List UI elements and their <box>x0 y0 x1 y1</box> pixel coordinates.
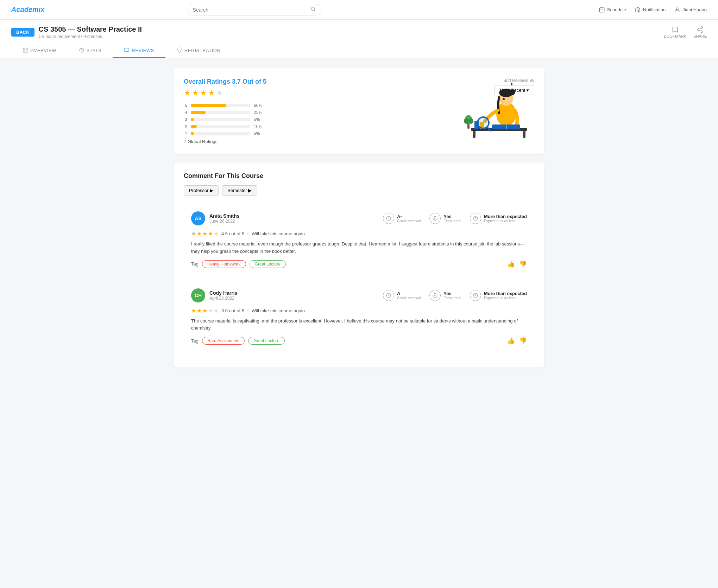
study-value-2: More than expected <box>484 291 527 296</box>
review-text-2: The course material is captivating, and … <box>191 318 527 332</box>
review-text-1: I really liked the course material, even… <box>191 241 527 255</box>
avatar-1: AS <box>191 211 205 225</box>
thumbs-down-2[interactable]: 👎 <box>519 337 527 345</box>
svg-rect-15 <box>26 51 27 52</box>
bookmark-icon <box>672 26 679 33</box>
svg-point-7 <box>701 27 703 28</box>
bar-fill-3 <box>191 118 194 121</box>
thumbs-up-1[interactable]: 👍 <box>507 260 515 268</box>
bar-bg-1 <box>191 132 250 135</box>
main-content: Overall Ratings 3.7 Out of 5 ★ ★ ★ ★ ★ 5… <box>165 58 553 377</box>
schedule-icon <box>599 7 605 13</box>
bar-bg-4 <box>191 111 250 114</box>
tabs: OVERVIEW STATS REVIEWS REGISTRATION <box>11 43 707 58</box>
site-header: Academix Schedule Notification <box>0 0 718 20</box>
meta-grade-text-2: A Grade received <box>397 291 421 300</box>
user-icon <box>674 7 680 13</box>
reviews-icon <box>124 47 130 53</box>
reviewer-details-2: Cody Harris April 28 2022 <box>209 290 237 301</box>
tab-overview[interactable]: OVERVIEW <box>11 43 68 58</box>
svg-line-11 <box>699 30 701 31</box>
tag-great-lecture-2[interactable]: Great Lecture <box>248 337 284 345</box>
stats-icon <box>79 47 84 53</box>
svg-rect-14 <box>23 51 25 52</box>
bookmark-label: BOOKMARK <box>664 34 687 38</box>
grade-value-2: A <box>397 291 421 296</box>
tag-heavy-homework[interactable]: Heavy Homework <box>202 260 246 268</box>
rstar-1-2: ★ <box>197 230 202 237</box>
svg-rect-19 <box>523 131 525 138</box>
tag-hard-assignment[interactable]: Hard Assignment <box>202 337 245 345</box>
grade-icon-1 <box>383 213 394 224</box>
comments-section: Comment For This Course Professor ▶ Seme… <box>174 162 544 368</box>
notification-label: Notification <box>643 7 666 12</box>
share-label: SHARE <box>693 34 707 38</box>
filter-semester[interactable]: Semester ▶ <box>222 185 257 196</box>
reviewer-name-1: Anita Smiths <box>209 213 240 219</box>
thumbs-up-2[interactable]: 👍 <box>507 337 515 345</box>
meta-credit-text-2: Yes Extra credit <box>443 291 461 300</box>
rstar-2-4: ★ <box>208 307 213 314</box>
svg-rect-2 <box>599 8 604 12</box>
rating-row-4: 4 25% <box>184 110 266 115</box>
study-label-1: Expected study time <box>484 219 527 223</box>
schedule-action[interactable]: Schedule <box>599 7 626 13</box>
thumbs-down-1[interactable]: 👎 <box>519 260 527 268</box>
review-meta-1: A- Grade received Yes Extra credit <box>383 213 527 224</box>
review-stars-2: ★ ★ ★ ★ ★ <box>191 307 219 314</box>
reviewer-date-2: April 28 2022 <box>209 296 237 301</box>
svg-point-24 <box>464 118 469 124</box>
header-actions: Schedule Notification Jiani Huang <box>599 7 707 13</box>
share-action[interactable]: SHARE <box>693 26 707 38</box>
meta-credit-text-1: Yes Extra credit <box>443 214 461 223</box>
ratings-card: Overall Ratings 3.7 Out of 5 ★ ★ ★ ★ ★ 5… <box>174 68 544 154</box>
grade-icon-2 <box>383 290 394 301</box>
review-card-2: CH Cody Harris April 28 2022 A Grade rec… <box>184 281 534 352</box>
user-label: Jiani Huang <box>682 7 707 12</box>
bar-pct-2: 10% <box>254 124 266 129</box>
svg-point-6 <box>676 8 678 10</box>
filter-professor[interactable]: Professor ▶ <box>184 185 219 196</box>
notification-action[interactable]: Notification <box>635 7 666 13</box>
study-value-1: More than expected <box>484 214 527 219</box>
svg-point-31 <box>503 98 505 100</box>
tab-registration[interactable]: REGISTRATION <box>165 43 232 58</box>
logo: Academix <box>11 6 45 14</box>
tag-label-2: Tag <box>191 338 199 344</box>
tag-label-1: Tag <box>191 261 199 267</box>
meta-study-text-1: More than expected Expected study time <box>484 214 527 223</box>
review-rating-row-1: ★ ★ ★ ★ ★ 4.5 out of 5 • Will take this … <box>191 230 527 237</box>
course-title-block: CS 3505 — Software Practice II CS major … <box>39 25 660 39</box>
tab-reviews[interactable]: REVIEWS <box>113 43 165 58</box>
search-bar[interactable] <box>188 4 321 15</box>
rstar-2-5: ★ <box>214 307 219 314</box>
tab-stats[interactable]: STATS <box>68 43 113 58</box>
review-header-1: AS Anita Smiths June 26 2022 A- Grade re… <box>191 211 527 225</box>
vote-row-1: 👍 👎 <box>507 260 527 268</box>
tag-great-lecture-1[interactable]: Great Lecture <box>250 260 286 268</box>
ratings-left: Overall Ratings 3.7 Out of 5 ★ ★ ★ ★ ★ 5… <box>184 78 266 144</box>
credit-value-1: Yes <box>443 214 461 219</box>
meta-grade-2: A Grade received <box>383 290 421 301</box>
review-will-1: Will take this course again <box>252 231 305 236</box>
star-5: ★ <box>216 88 223 97</box>
back-button[interactable]: BACK <box>11 28 34 37</box>
credit-label-1: Extra credit <box>443 219 461 223</box>
breadcrumb-row: BACK CS 3505 — Software Practice II CS m… <box>11 25 707 39</box>
vote-row-2: 👍 👎 <box>507 337 527 345</box>
search-input[interactable] <box>193 7 308 13</box>
review-footer-1: Tag Heavy Homework Great Lecture 👍 👎 <box>191 260 527 268</box>
study-label-2: Expected study time <box>484 296 527 300</box>
rstar-1-4: ★ <box>208 230 213 237</box>
registration-icon <box>177 47 182 53</box>
reviewer-date-1: June 26 2022 <box>209 219 240 224</box>
rating-row-1: 1 5% <box>184 131 266 136</box>
schedule-label: Schedule <box>607 7 626 12</box>
bookmark-action[interactable]: BOOKMARK <box>664 26 687 38</box>
credit-label-2: Extra credit <box>443 296 461 300</box>
user-action[interactable]: Jiani Huang <box>674 7 707 13</box>
svg-rect-12 <box>23 48 25 50</box>
share-icon <box>697 26 704 33</box>
illustration: ✦ <box>464 75 534 139</box>
rating-num-1: 1 <box>184 131 187 136</box>
